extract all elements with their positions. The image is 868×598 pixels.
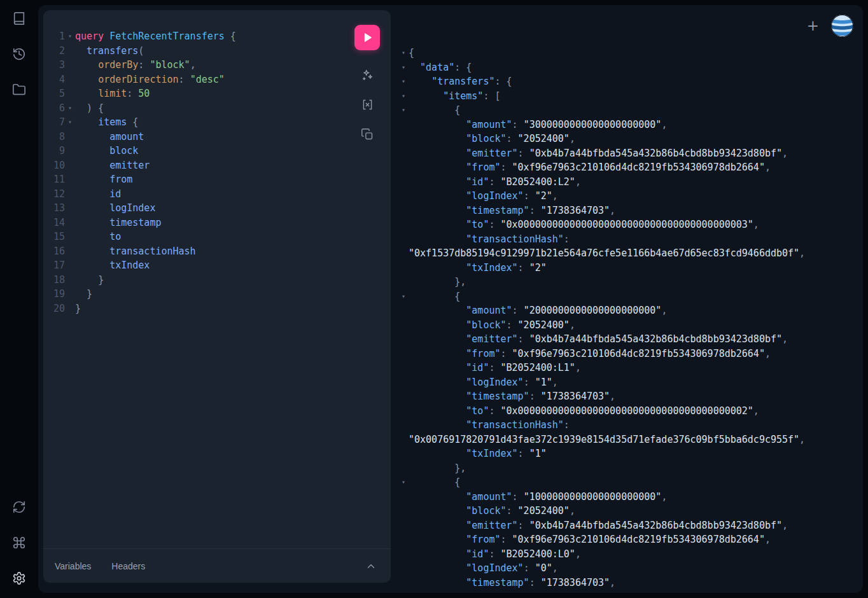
merge-fragments-button[interactable]	[359, 96, 375, 113]
response-code-line: ▾ "items": [	[398, 89, 857, 104]
response-code-line: "0xf1537db85194c9129971b21e564a76cfe5e11…	[398, 246, 857, 261]
editor-code-line[interactable]: 10 emitter	[47, 158, 387, 173]
editor-code-line[interactable]: 2 transfers(	[47, 44, 387, 59]
shortcuts-button[interactable]	[6, 530, 32, 555]
response-code-line: ▾ "transfers": {	[398, 74, 857, 89]
code-text: "logIndex": "0",	[409, 561, 857, 576]
fold-gutter-spacer	[65, 287, 75, 302]
explorer-button[interactable]	[6, 77, 32, 102]
fold-caret-icon[interactable]: ▾	[398, 46, 409, 60]
fold-caret-icon[interactable]: ▾	[65, 29, 75, 44]
editor-code-line[interactable]: 17 txIndex	[47, 258, 387, 273]
code-text: "timestamp": "1738364703",	[409, 576, 857, 590]
logo-avatar[interactable]	[830, 14, 854, 38]
editor-code-line[interactable]: 6▾ ) {	[47, 101, 387, 116]
settings-button[interactable]	[6, 566, 32, 591]
fold-caret-icon[interactable]: ▾	[65, 115, 75, 130]
code-text: "emitter": "0xb4b7a44bfbda545a432b86b4cb…	[409, 518, 857, 533]
response-code-line: ▾ {	[398, 289, 857, 304]
editor-code-line[interactable]: 14 timestamp	[47, 216, 387, 230]
code-text: amount	[75, 130, 387, 144]
response-code-line: "txIndex": "2"	[398, 261, 857, 275]
editor-code-line[interactable]: 16 transactionHash	[47, 244, 387, 259]
fold-gutter-spacer	[65, 87, 75, 101]
fold-caret-icon[interactable]: ▾	[65, 101, 75, 116]
collapse-editor-tools-button[interactable]	[363, 558, 379, 574]
fold-gutter-spacer	[398, 204, 409, 218]
history-button[interactable]	[6, 41, 32, 67]
refetch-schema-button[interactable]	[6, 494, 32, 520]
editor-code-line[interactable]: 12 id	[47, 187, 387, 202]
response-code-line: "logIndex": "0",	[398, 561, 857, 576]
line-number: 2	[47, 44, 65, 59]
response-code-line: "transactionHash":	[398, 232, 857, 247]
fold-caret-icon[interactable]: ▾	[398, 103, 409, 118]
fold-caret-icon[interactable]: ▾	[398, 74, 409, 89]
code-text: }	[75, 302, 387, 316]
code-text: },	[409, 461, 857, 476]
fold-caret-icon[interactable]: ▾	[398, 60, 409, 75]
response-code-line: "emitter": "0xb4b7a44bfbda545a432b86b4cb…	[398, 146, 857, 161]
code-text: "id": "B2052400:L2",	[409, 175, 857, 190]
tab-headers[interactable]: Headers	[111, 561, 145, 571]
line-number: 17	[47, 258, 65, 273]
line-number: 3	[47, 58, 65, 73]
code-text: limit: 50	[75, 87, 387, 101]
fold-caret-icon[interactable]: ▾	[398, 289, 409, 304]
query-editor[interactable]: 1▾query FetchRecentTransfers {2 transfer…	[43, 10, 391, 548]
fold-caret-icon[interactable]: ▾	[398, 89, 409, 104]
code-text: orderDirection: "desc"	[75, 73, 387, 87]
editor-code-line[interactable]: 18 }	[47, 273, 387, 288]
response-code-line: "timestamp": "1738364703",	[398, 576, 857, 590]
code-text: "0x0076917820791d43fae372c1939e8154d35d7…	[409, 433, 857, 447]
copy-query-button[interactable]	[359, 126, 375, 143]
fold-gutter-spacer	[398, 303, 409, 318]
editor-code-line[interactable]: 13 logIndex	[47, 201, 387, 216]
editor-code-line[interactable]: 8 amount	[47, 130, 387, 144]
fold-gutter-spacer	[398, 418, 409, 433]
fold-gutter-spacer	[65, 44, 75, 59]
editor-code-line[interactable]: 3 orderBy: "block",	[47, 58, 387, 73]
execute-button[interactable]	[354, 25, 380, 50]
fold-gutter-spacer	[398, 389, 409, 404]
editor-code-line[interactable]: 20}	[47, 302, 387, 316]
code-text: "emitter": "0xb4b7a44bfbda545a432b86b4cb…	[409, 332, 857, 347]
fold-gutter-spacer	[398, 518, 409, 533]
tab-variables[interactable]: Variables	[55, 561, 91, 571]
new-tab-button[interactable]: +	[804, 17, 822, 34]
response-code-line: "transactionHash":	[398, 418, 857, 433]
settings-icon	[12, 571, 26, 585]
line-number: 19	[47, 287, 65, 302]
code-text: "emitter": "0xb4b7a44bfbda545a432b86b4cb…	[409, 146, 857, 161]
docs-button[interactable]	[6, 6, 32, 31]
editor-code-line[interactable]: 7▾ items {	[47, 115, 387, 130]
editor-code-line[interactable]: 1▾query FetchRecentTransfers {	[47, 29, 387, 44]
editor-code-line[interactable]: 5 limit: 50	[47, 87, 387, 101]
response-code-line: "from": "0xf96e7963c210106d4dc8219fb5343…	[398, 347, 857, 361]
fold-gutter-spacer	[65, 58, 75, 73]
editor-code-line[interactable]: 19 }	[47, 287, 387, 302]
fold-caret-icon[interactable]: ▾	[398, 475, 409, 490]
code-text: {	[409, 289, 857, 304]
response-code-line: "from": "0xf96e7963c210106d4dc8219fb5343…	[398, 160, 857, 175]
fold-gutter-spacer	[398, 461, 409, 476]
code-text: orderBy: "block",	[75, 58, 387, 73]
line-number: 12	[47, 187, 65, 202]
code-text: "amount": "2000000000000000000000",	[409, 303, 857, 318]
fold-gutter-spacer	[398, 532, 409, 547]
response-code-line: ▾ {	[398, 475, 857, 490]
code-text: "amount": "1000000000000000000000",	[409, 490, 857, 504]
code-text: ) {	[75, 101, 387, 116]
fold-gutter-spacer	[398, 361, 409, 375]
editor-code-line[interactable]: 15 to	[47, 230, 387, 244]
response-pane[interactable]: ▾{▾ "data": {▾ "transfers": {▾ "items": …	[393, 5, 863, 593]
editor-code-line[interactable]: 9 block	[47, 144, 387, 158]
fold-gutter-spacer	[398, 261, 409, 275]
fold-gutter-spacer	[65, 244, 75, 259]
line-number: 7	[47, 115, 65, 130]
editor-code-line[interactable]: 11 from	[47, 172, 387, 187]
prettify-button[interactable]	[359, 66, 375, 83]
docs-icon	[12, 11, 26, 25]
editor-code-line[interactable]: 4 orderDirection: "desc"	[47, 73, 387, 87]
fold-gutter-spacer	[65, 130, 75, 144]
